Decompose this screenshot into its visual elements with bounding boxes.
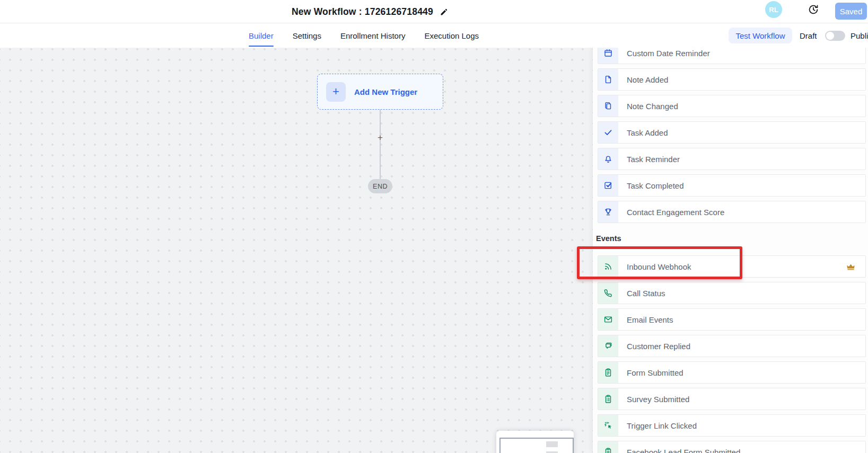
- mail-icon: [598, 309, 618, 330]
- trigger-item-label: Call Status: [627, 289, 665, 298]
- trigger-item-call-status[interactable]: Call Status: [598, 282, 866, 304]
- trigger-item-label: Task Reminder: [627, 155, 680, 164]
- check-icon: [598, 122, 618, 143]
- events-section-header: Events: [596, 234, 621, 243]
- trigger-item-label: Note Changed: [627, 102, 678, 111]
- event-trigger-list: Inbound WebhookCall StatusEmail EventsCu…: [598, 255, 866, 453]
- app-header: New Workflow : 1726126718449 RL Saved: [0, 0, 868, 23]
- tab-settings[interactable]: Settings: [293, 23, 321, 48]
- chat-icon: [598, 335, 618, 357]
- trigger-item-note-added[interactable]: Note Added: [598, 68, 866, 91]
- publish-toggle[interactable]: [825, 31, 845, 41]
- draft-label: Draft: [800, 23, 817, 48]
- trigger-item-task-reminder[interactable]: Task Reminder: [598, 148, 866, 170]
- workflow-builder-screen: + Add New Trigger + END Custom Date Remi…: [0, 0, 868, 453]
- tab-bar: Builder Settings Enrollment History Exec…: [0, 23, 868, 48]
- tab-execution-logs[interactable]: Execution Logs: [424, 23, 479, 48]
- connector-line: [380, 110, 381, 179]
- facebook-form-icon: [598, 441, 618, 453]
- trigger-item-note-changed[interactable]: Note Changed: [598, 95, 866, 117]
- saved-button[interactable]: Saved: [835, 3, 867, 20]
- trigger-item-task-completed[interactable]: Task Completed: [598, 174, 866, 197]
- bell-icon: [598, 148, 618, 170]
- add-new-trigger-button[interactable]: + Add New Trigger: [317, 74, 443, 110]
- phone-icon: [598, 282, 618, 304]
- note-changed-icon: [598, 95, 618, 117]
- check-square-icon: [598, 175, 618, 196]
- trigger-picker-sidebar: Custom Date ReminderNote AddedNote Chang…: [593, 23, 868, 453]
- end-node: END: [368, 179, 392, 193]
- minimap-node: [546, 441, 558, 447]
- trigger-item-label: Survey Submitted: [627, 395, 689, 404]
- trigger-item-label: Trigger Link Clicked: [627, 421, 697, 430]
- page-title: New Workflow : 1726126718449: [292, 6, 433, 17]
- trigger-item-contact-engagement-score[interactable]: Contact Engagement Score: [598, 201, 866, 223]
- tab-enrollment-history[interactable]: Enrollment History: [340, 23, 406, 48]
- survey-icon: [598, 388, 618, 410]
- trigger-item-label: Contact Engagement Score: [627, 208, 724, 217]
- trigger-item-label: Custom Date Reminder: [627, 49, 710, 58]
- plus-icon: +: [326, 82, 346, 102]
- trigger-item-customer-replied[interactable]: Customer Replied: [598, 335, 866, 357]
- test-workflow-button[interactable]: Test Workflow: [729, 28, 792, 43]
- trigger-item-label: Email Events: [627, 315, 673, 324]
- link-click-icon: [598, 415, 618, 436]
- title-wrap: New Workflow : 1726126718449: [292, 0, 449, 23]
- trigger-item-label: Facebook Lead Form Submitted: [627, 448, 740, 453]
- trigger-item-label: Inbound Webhook: [627, 262, 691, 271]
- trigger-item-form-submitted[interactable]: Form Submitted: [598, 361, 866, 384]
- trigger-item-label: Task Completed: [627, 181, 684, 190]
- trigger-item-label: Customer Replied: [627, 342, 690, 351]
- webhook-icon: [598, 256, 618, 277]
- toggle-knob: [826, 32, 834, 40]
- trigger-item-email-events[interactable]: Email Events: [598, 308, 866, 331]
- trigger-item-label: Note Added: [627, 75, 668, 84]
- minimap-viewport: [499, 438, 574, 453]
- tabs: Builder Settings Enrollment History Exec…: [249, 23, 479, 48]
- trigger-item-trigger-link-clicked[interactable]: Trigger Link Clicked: [598, 414, 866, 437]
- trigger-item-inbound-webhook[interactable]: Inbound Webhook: [598, 255, 866, 278]
- note-icon: [598, 69, 618, 90]
- workflow-canvas[interactable]: + Add New Trigger + END: [0, 48, 595, 453]
- trigger-item-facebook-lead-form-submitted[interactable]: Facebook Lead Form Submitted: [598, 441, 866, 453]
- publish-label: Publish: [851, 23, 868, 48]
- trophy-icon: [598, 201, 618, 223]
- tab-builder[interactable]: Builder: [249, 23, 274, 48]
- add-step-button[interactable]: +: [375, 132, 385, 143]
- form-icon: [598, 362, 618, 383]
- trigger-item-label: Task Added: [627, 128, 668, 137]
- add-new-trigger-label: Add New Trigger: [354, 87, 417, 96]
- edit-title-icon[interactable]: [440, 7, 449, 16]
- minimap[interactable]: [496, 431, 574, 453]
- avatar[interactable]: RL: [765, 1, 782, 18]
- trigger-item-survey-submitted[interactable]: Survey Submitted: [598, 388, 866, 410]
- trigger-item-task-added[interactable]: Task Added: [598, 121, 866, 144]
- crown-icon: [846, 262, 856, 272]
- contact-trigger-list: Custom Date ReminderNote AddedNote Chang…: [598, 42, 866, 223]
- trigger-item-label: Form Submitted: [627, 368, 683, 377]
- version-history-icon[interactable]: [808, 4, 819, 15]
